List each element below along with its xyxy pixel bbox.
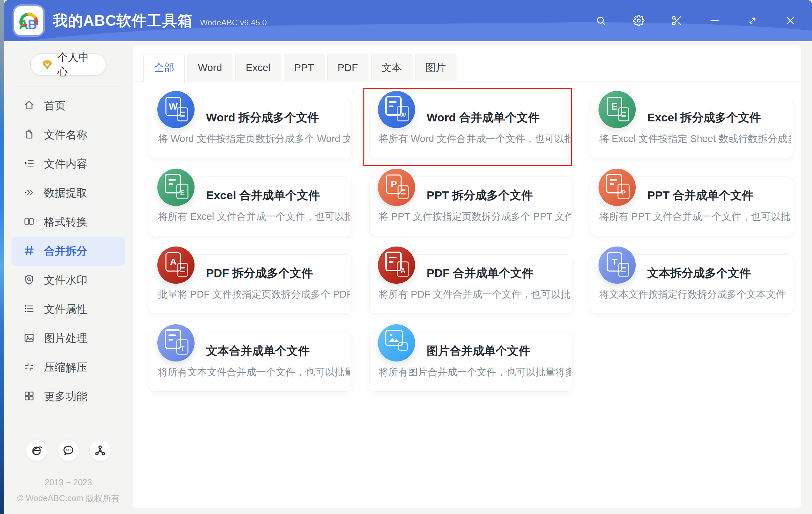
sidebar-item-file-content[interactable]: 文件内容 [12,149,125,179]
copyright-years: 2013 ~ 2023 [4,477,133,487]
sidebar-item-home[interactable]: 首页 [12,91,125,120]
tool-card-3[interactable]: E Excel 合并成单个文件 将所有 Excel 文件合并成一个文件，也可以批… [149,177,352,236]
close-button[interactable] [784,15,796,27]
app-logo: A B [14,6,43,35]
tab-PPT[interactable]: PPT [284,54,324,81]
tools-grid: W Word 拆分成多个文件 将 Word 文件按指定页数拆分成多个 Word … [149,99,793,392]
gear-icon [633,15,645,26]
tool-card-title: PDF 合并成单个文件 [427,265,533,281]
minimize-button[interactable] [708,15,721,27]
ie-button[interactable] [26,440,47,461]
tab-Excel[interactable]: Excel [235,54,281,81]
tool-card-description: 将所有图片合并成一个文件，也可以批量将多个文件 [379,366,571,379]
scissors-icon [671,15,682,26]
tool-card-title: Excel 合并成单个文件 [206,188,320,203]
chat-button[interactable] [58,440,79,461]
sidebar-item-more[interactable]: 更多功能 [12,382,125,411]
tool-card-6[interactable]: A PDF 拆分成多个文件 批量将 PDF 文件按指定页数拆分成多个 PDF 文… [149,254,352,314]
tool-card-7[interactable]: A PDF 合并成单个文件 将所有 PDF 文件合并成一个文件，也可以批量将多 [369,254,572,314]
sidebar-item-compress[interactable]: 压缩解压 [12,353,125,382]
tab-文本[interactable]: 文本 [371,54,412,81]
tool-icon: E [599,91,636,128]
share-button[interactable] [89,440,111,461]
gear-button[interactable] [633,15,645,27]
sidebar-divider [16,468,123,468]
tool-card-10[interactable]: 图片合并成单个文件 将所有图片合并成一个文件，也可以批量将多个文件 [369,332,572,392]
tab-图片[interactable]: 图片 [415,54,456,81]
tool-card-title: 图片合并成单个文件 [427,343,530,359]
tab-全部[interactable]: 全部 [143,54,185,83]
tab-Word[interactable]: Word [187,54,232,81]
sidebar-item-label: 文件水印 [44,273,87,288]
file-content-icon [23,157,35,171]
sidebar-footer: 2013 ~ 2023 © WodeABC.com 版权所有 [4,477,133,504]
file-name-icon [23,128,35,142]
tool-card-9[interactable]: T 文本合并成单个文件 将所有文本文件合并成一个文件，也可以批量将多个 [149,332,352,392]
app-version: WodeABC v6.45.0 [200,18,267,27]
search-button[interactable] [595,15,607,27]
sidebar-divider [16,427,123,427]
tool-icon: P [599,169,636,206]
sidebar-item-label: 格式转换 [44,215,87,230]
vip-diamond-icon [41,58,53,71]
tool-icon: E [157,169,195,206]
svg-text:B: B [28,18,37,32]
tool-card-description: 将 Excel 文件按指定 Sheet 数或行数拆分成多个 Exc [599,132,791,146]
close-icon [785,15,796,26]
share-icon [94,444,107,457]
tool-card-title: 文本合并成单个文件 [206,343,310,359]
sidebar-item-file-name[interactable]: 文件名称 [12,120,125,149]
more-icon [23,390,35,403]
sidebar-divider [16,87,123,87]
app-title: 我的ABC软件工具箱 [53,11,193,31]
tab-PDF[interactable]: PDF [327,54,368,81]
tool-card-description: 批量将 PDF 文件按指定页数拆分成多个 PDF 文件 [158,288,350,301]
sidebar-item-watermark[interactable]: 文件水印 [12,266,125,295]
merge-split-icon [23,244,35,258]
tool-card-5[interactable]: P PPT 合并成单个文件 将所有 PPT 文件合并成一个文件，也可以批量将多 [590,177,793,236]
sidebar-item-label: 图片处理 [44,331,87,346]
tool-card-description: 将 PPT 文件按指定页数拆分成多个 PPT 文件 [379,210,571,224]
tool-icon: P [378,169,415,206]
chat-icon [62,444,75,457]
sidebar-item-data-extract[interactable]: 数据提取 [12,179,125,208]
format-convert-icon [23,215,35,229]
tool-icon: W [157,91,195,128]
app-window: A B 我的ABC软件工具箱 WodeABC v6.45.0 [0,0,812,514]
sidebar-item-label: 文件名称 [44,127,87,142]
sidebar-item-file-props[interactable]: 文件属性 [12,295,125,324]
compress-icon [23,361,35,374]
tool-card-title: Word 合并成单个文件 [427,110,540,125]
main-panel: 全部WordExcelPPTPDF文本图片 W Word 拆分成多个文件 将 W… [133,45,801,508]
tool-card-1[interactable]: W Word 合并成单个文件 将所有 Word 文件合并成一个文件，也可以批量将… [369,99,572,158]
tool-card-description: 将所有 Word 文件合并成一个文件，也可以批量将多 [379,132,571,146]
tool-card-description: 将所有文本文件合并成一个文件，也可以批量将多个 [158,366,350,379]
tool-card-8[interactable]: T 文本拆分成多个文件 将文本文件按指定行数拆分成多个文本文件 [590,254,793,314]
minimize-icon [709,15,720,26]
tool-icon [378,324,415,361]
sidebar-item-image-process[interactable]: 图片处理 [12,324,125,353]
tool-card-description: 将所有 PDF 文件合并成一个文件，也可以批量将多 [379,288,571,301]
tool-card-description: 将所有 Excel 文件合并成一个文件，也可以批量将多 [158,210,350,224]
tool-card-description: 将 Word 文件按指定页数拆分成多个 Word 文件 [158,132,350,146]
tool-icon: A [378,247,415,284]
personal-center-button[interactable]: 个人中心 [30,53,107,76]
watermark-icon [23,274,35,287]
expand-button[interactable] [746,15,759,27]
sidebar-item-label: 数据提取 [44,186,87,201]
data-extract-icon [23,186,35,200]
title-bar: A B 我的ABC软件工具箱 WodeABC v6.45.0 [4,0,812,41]
tool-card-4[interactable]: P PPT 拆分成多个文件 将 PPT 文件按指定页数拆分成多个 PPT 文件 [369,177,572,236]
sidebar-item-label: 更多功能 [44,389,87,404]
scissors-button[interactable] [671,15,683,27]
copyright-text: © WodeABC.com 版权所有 [4,493,133,504]
sidebar-item-merge-split[interactable]: 合并拆分 [12,237,125,266]
sidebar-item-label: 首页 [44,98,66,113]
tool-card-0[interactable]: W Word 拆分成多个文件 将 Word 文件按指定页数拆分成多个 Word … [149,99,352,158]
sidebar-item-format-convert[interactable]: 格式转换 [12,208,125,237]
desktop-background-strip [0,0,4,514]
home-icon [23,99,35,113]
tool-card-description: 将所有 PPT 文件合并成一个文件，也可以批量将多 [599,210,791,224]
tool-card-title: PPT 合并成单个文件 [647,188,753,203]
tool-card-2[interactable]: E Excel 拆分成多个文件 将 Excel 文件按指定 Sheet 数或行数… [590,99,793,158]
